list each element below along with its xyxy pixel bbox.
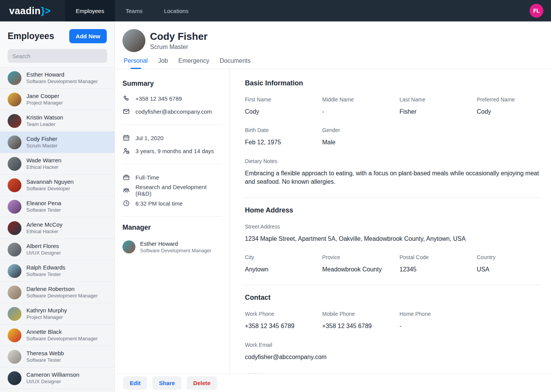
field-label: Work Phone bbox=[245, 311, 322, 317]
summary-item: +358 12 345 6789 bbox=[122, 92, 222, 105]
nav-item-locations[interactable]: Locations bbox=[153, 0, 199, 21]
field-label: Birth Date bbox=[245, 127, 322, 133]
person-clock-icon bbox=[122, 147, 130, 155]
summary-item-text: +358 12 345 6789 bbox=[135, 95, 182, 102]
field-row: Work Phone+358 12 345 6789Mobile Phone+3… bbox=[245, 311, 542, 330]
avatar bbox=[8, 93, 21, 106]
section-heading-home-address: Home Address bbox=[245, 206, 542, 214]
employee-row-eleanor-pena[interactable]: Eleanor PenaSoftware Tester bbox=[0, 196, 114, 217]
summary-item: Jul 1, 2020 bbox=[122, 131, 222, 144]
field-value: +358 12 345 6789 bbox=[322, 322, 399, 330]
summary-item-text: Full-Time bbox=[135, 174, 159, 181]
employee-role: Software Development Manager bbox=[26, 336, 98, 342]
user-avatar[interactable]: FL bbox=[530, 4, 543, 18]
field-last-name: Last NameFisher bbox=[399, 96, 477, 116]
profile-name: Cody Fisher bbox=[150, 31, 207, 42]
employee-row-theresa-webb[interactable]: Theresa WebbSoftware Tester bbox=[0, 346, 114, 368]
employee-role: Project Manager bbox=[26, 314, 67, 320]
employee-role: Software Development Manager bbox=[26, 293, 98, 299]
field-middle-name: Middle Name- bbox=[322, 96, 399, 116]
employee-role: UI/UX Designer bbox=[26, 379, 79, 385]
share-button[interactable]: Share bbox=[152, 376, 181, 390]
employee-name: Savannah Nguyen bbox=[26, 178, 73, 186]
field-postal-code: Postal Code12345 bbox=[399, 254, 477, 274]
field-home-phone: Home Phone- bbox=[399, 311, 477, 330]
field-label: Middle Name bbox=[322, 96, 399, 103]
field-label: Work Email bbox=[245, 342, 542, 348]
employee-row-cameron-williamson[interactable]: Cameron WilliamsonUI/UX Designer bbox=[0, 368, 114, 389]
avatar bbox=[8, 178, 21, 192]
add-new-button[interactable]: Add New bbox=[69, 29, 107, 43]
tab-job[interactable]: Job bbox=[158, 57, 168, 69]
tab-personal[interactable]: Personal bbox=[124, 57, 148, 69]
employee-row-darlene-robertson[interactable]: Darlene RobertsonSoftware Development Ma… bbox=[0, 282, 114, 303]
sidebar-title: Employees bbox=[8, 31, 54, 41]
employee-row-kristin-watson[interactable]: Kristin WatsonTeam Leader bbox=[0, 110, 114, 132]
main-nav: EmployeesTeamsLocations bbox=[65, 0, 199, 21]
employee-row-annette-black[interactable]: Annette BlackSoftware Development Manage… bbox=[0, 325, 114, 346]
summary-group: Jul 1, 20203 years, 9 months and 14 days bbox=[122, 127, 222, 162]
phone-icon bbox=[122, 95, 130, 102]
action-bar: EditShareDelete bbox=[115, 374, 551, 392]
employee-row-cody-fisher[interactable]: Cody FisherScrum Master bbox=[0, 132, 114, 153]
app-logo: vaadin}> bbox=[0, 0, 65, 21]
profile-avatar bbox=[122, 29, 145, 52]
field-label: First Name bbox=[245, 96, 322, 103]
employee-row-esther-howard[interactable]: Esther HowardSoftware Development Manage… bbox=[0, 67, 114, 89]
briefcase-icon bbox=[122, 173, 130, 181]
tab-documents[interactable]: Documents bbox=[220, 57, 251, 69]
summary-item-text: 3 years, 9 months and 14 days bbox=[135, 148, 214, 154]
field-value: Feb 12, 1975 bbox=[245, 138, 322, 147]
employee-name: Theresa Webb bbox=[26, 350, 64, 357]
field-label: Country bbox=[477, 254, 551, 260]
employee-row-wade-warren[interactable]: Wade WarrenEthical Hacker bbox=[0, 153, 114, 175]
employee-row-savannah-nguyen[interactable]: Savannah NguyenSoftware Developer bbox=[0, 175, 114, 196]
avatar bbox=[8, 243, 21, 256]
summary-item-text: codyfisher@abccompany.com bbox=[135, 108, 212, 115]
avatar bbox=[8, 286, 21, 299]
manager-item[interactable]: Esther Howard Software Development Manag… bbox=[122, 240, 222, 254]
employee-row-ralph-edwards[interactable]: Ralph EdwardsSoftware Tester bbox=[0, 260, 114, 282]
summary-group: +358 12 345 6789codyfisher@abccompany.co… bbox=[122, 88, 222, 122]
employee-name: Albert Flores bbox=[26, 243, 61, 250]
summary-item: 6:32 PM local time bbox=[122, 197, 222, 210]
profile-header: Cody Fisher Scrum Master bbox=[115, 21, 551, 52]
employee-row-albert-flores[interactable]: Albert FloresUI/UX Designer bbox=[0, 239, 114, 260]
field-work-email: Work Emailcodyfisher@abccompany.com bbox=[245, 342, 542, 361]
field-value: Fisher bbox=[399, 108, 477, 116]
nav-item-employees[interactable]: Employees bbox=[65, 0, 115, 21]
employee-name: Esther Howard bbox=[26, 71, 98, 78]
field-label: Dietary Notes bbox=[245, 158, 542, 164]
search-input[interactable] bbox=[8, 49, 107, 63]
summary-group: Full-TimeResearch and Development (R&D)6… bbox=[122, 167, 222, 214]
avatar bbox=[8, 71, 21, 85]
field-mobile-phone: Mobile Phone+358 12 345 6789 bbox=[322, 311, 399, 330]
divider bbox=[122, 124, 222, 125]
nav-item-teams[interactable]: Teams bbox=[115, 0, 153, 21]
divider bbox=[245, 198, 542, 198]
field-value: Cody bbox=[477, 108, 551, 116]
field-dietary-notes: Dietary NotesEmbracing a flexible approa… bbox=[245, 158, 542, 186]
employee-role: Ethical Hacker bbox=[26, 164, 61, 170]
employee-row-arlene-mccoy[interactable]: Arlene McCoyEthical Hacker bbox=[0, 217, 114, 239]
field-row: CityAnytownProviceMeadowbrook CountyPost… bbox=[245, 254, 542, 274]
employee-role: Software Development Manager bbox=[26, 78, 98, 85]
field-value: Meadowbrook County bbox=[322, 265, 399, 274]
field-gender: GenderMale bbox=[322, 127, 399, 147]
employee-role: Team Leader bbox=[26, 121, 63, 127]
employee-row-kathryn-murphy[interactable]: Kathryn MurphyProject Manager bbox=[0, 303, 114, 325]
avatar bbox=[8, 328, 21, 342]
field-value: +358 12 345 6789 bbox=[245, 322, 322, 330]
manager-avatar bbox=[122, 240, 135, 253]
delete-button[interactable]: Delete bbox=[187, 376, 217, 390]
edit-button[interactable]: Edit bbox=[123, 376, 147, 390]
employee-row-jane-cooper[interactable]: Jane CooperProject Manager bbox=[0, 89, 114, 110]
employee-role: Ethical Hacker bbox=[26, 229, 62, 235]
field-value: - bbox=[399, 322, 477, 330]
field-row: Work Emailcodyfisher@abccompany.com bbox=[245, 342, 542, 361]
field-work-phone: Work Phone+358 12 345 6789 bbox=[245, 311, 322, 330]
summary-item: 3 years, 9 months and 14 days bbox=[122, 144, 222, 157]
tab-emergency[interactable]: Emergency bbox=[178, 57, 209, 69]
field-first-name: First NameCody bbox=[245, 96, 322, 116]
divider bbox=[122, 164, 222, 164]
